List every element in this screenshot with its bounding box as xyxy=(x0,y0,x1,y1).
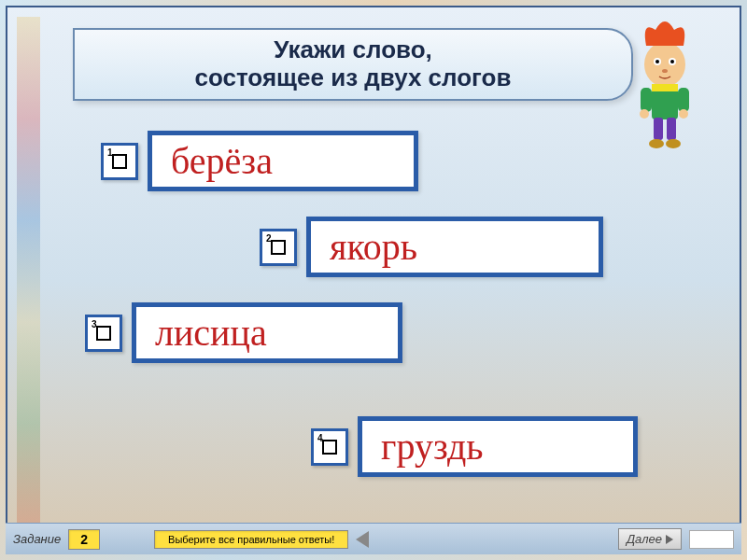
svg-rect-13 xyxy=(667,118,676,140)
task-label: Задание xyxy=(13,532,61,546)
svg-point-10 xyxy=(640,109,649,119)
svg-point-0 xyxy=(644,42,685,87)
checkbox-1[interactable]: 1 xyxy=(101,143,138,180)
svg-point-15 xyxy=(666,139,681,148)
decoration-strip xyxy=(17,17,40,525)
option-4: 4 груздь xyxy=(311,416,638,477)
answer-text-2: якорь xyxy=(306,217,603,277)
title-line-1: Укажи слово, xyxy=(274,36,432,64)
blank-box xyxy=(689,530,734,549)
checkbox-2[interactable]: 2 xyxy=(260,229,297,266)
svg-rect-8 xyxy=(641,88,652,112)
svg-point-5 xyxy=(662,69,668,73)
footer-bar: Задание 2 Выберите все правильные ответы… xyxy=(6,523,741,554)
svg-rect-12 xyxy=(654,118,663,140)
checkbox-inner-icon xyxy=(322,440,337,455)
title-line-2: состоящее из двух слогов xyxy=(195,64,512,92)
svg-rect-9 xyxy=(678,88,689,112)
instruction-text: Выберите все правильные ответы! xyxy=(154,530,348,549)
next-arrow-icon xyxy=(666,535,673,544)
option-2: 2 якорь xyxy=(260,217,603,277)
checkbox-inner-icon xyxy=(112,154,127,169)
svg-point-2 xyxy=(655,60,659,63)
prev-icon[interactable] xyxy=(356,531,369,548)
answer-text-4: груздь xyxy=(358,416,638,477)
checkbox-num-1: 1 xyxy=(107,147,113,158)
task-number: 2 xyxy=(68,529,100,550)
option-3: 3 лисица xyxy=(85,302,402,363)
checkbox-num-3: 3 xyxy=(92,319,97,329)
answer-text-1: берёза xyxy=(148,131,418,191)
svg-point-14 xyxy=(649,139,664,148)
checkbox-inner-icon xyxy=(271,240,286,255)
title-banner: Укажи слово, состоящее из двух слогов xyxy=(73,28,633,101)
checkbox-inner-icon xyxy=(96,326,111,341)
checkbox-num-2: 2 xyxy=(266,233,272,244)
next-label: Далее xyxy=(627,532,662,546)
mascot-character xyxy=(618,13,712,153)
svg-rect-7 xyxy=(652,84,678,91)
answer-text-3: лисица xyxy=(132,302,402,363)
svg-point-4 xyxy=(670,60,674,63)
checkbox-4[interactable]: 4 xyxy=(311,428,348,466)
checkbox-num-4: 4 xyxy=(317,433,323,443)
slide-frame: Укажи слово, состоящее из двух слогов 1 xyxy=(6,6,741,554)
svg-point-11 xyxy=(679,109,688,119)
option-1: 1 берёза xyxy=(101,131,418,191)
next-button[interactable]: Далее xyxy=(618,528,682,550)
checkbox-3[interactable]: 3 xyxy=(85,315,122,352)
